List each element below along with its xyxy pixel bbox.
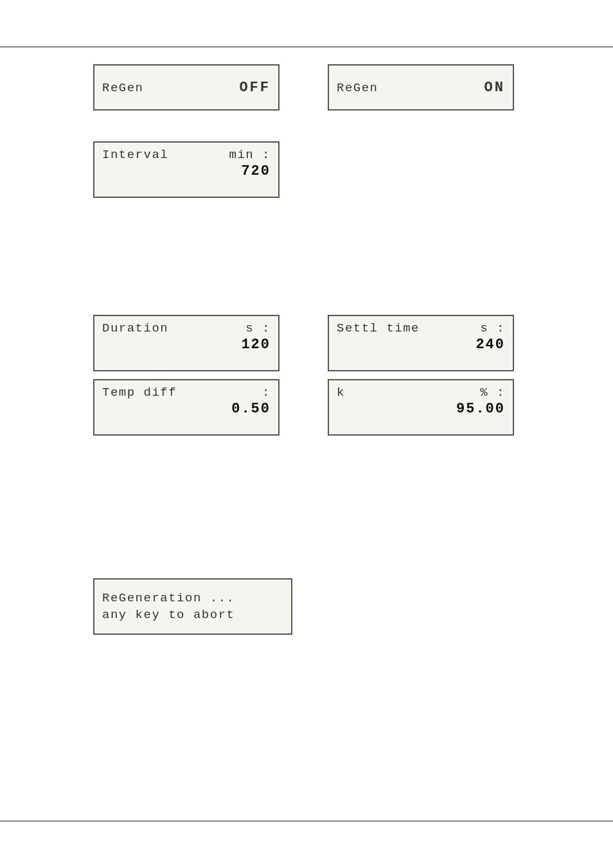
bottom-divider bbox=[0, 820, 613, 822]
interval-box: Interval min : 720 bbox=[93, 141, 280, 198]
duration-unit: s : bbox=[245, 321, 271, 335]
regeneration-line2: any key to abort bbox=[102, 608, 235, 622]
regen-off-label: ReGen bbox=[102, 81, 144, 95]
regen-off-box: ReGen OFF bbox=[93, 64, 280, 111]
duration-label: Duration bbox=[102, 321, 168, 335]
settl-time-label: Settl time bbox=[337, 321, 420, 335]
settl-time-value: 240 bbox=[475, 337, 505, 353]
regen-on-value: ON bbox=[484, 80, 505, 96]
regen-on-box: ReGen ON bbox=[328, 64, 514, 111]
interval-value: 720 bbox=[241, 163, 271, 179]
k-unit: % : bbox=[480, 385, 505, 400]
top-divider bbox=[0, 46, 613, 48]
interval-label: Interval bbox=[102, 148, 168, 162]
temp-diff-value: 0.50 bbox=[231, 401, 271, 417]
regen-off-value: OFF bbox=[239, 80, 271, 96]
temp-diff-unit: : bbox=[262, 385, 271, 400]
settl-time-unit: s : bbox=[480, 321, 505, 335]
duration-box: Duration s : 120 bbox=[93, 315, 280, 371]
regeneration-line1: ReGeneration ... bbox=[102, 591, 235, 605]
duration-value: 120 bbox=[241, 337, 271, 353]
k-label: k bbox=[337, 385, 345, 400]
k-value: 95.00 bbox=[456, 401, 505, 417]
temp-diff-label: Temp diff bbox=[102, 385, 177, 400]
temp-diff-box: Temp diff : 0.50 bbox=[93, 379, 280, 436]
regeneration-box: ReGeneration ... any key to abort bbox=[93, 578, 292, 635]
interval-unit: min : bbox=[229, 148, 271, 162]
regen-on-label: ReGen bbox=[337, 81, 378, 95]
settl-time-box: Settl time s : 240 bbox=[328, 315, 514, 371]
k-box: k % : 95.00 bbox=[328, 379, 514, 436]
